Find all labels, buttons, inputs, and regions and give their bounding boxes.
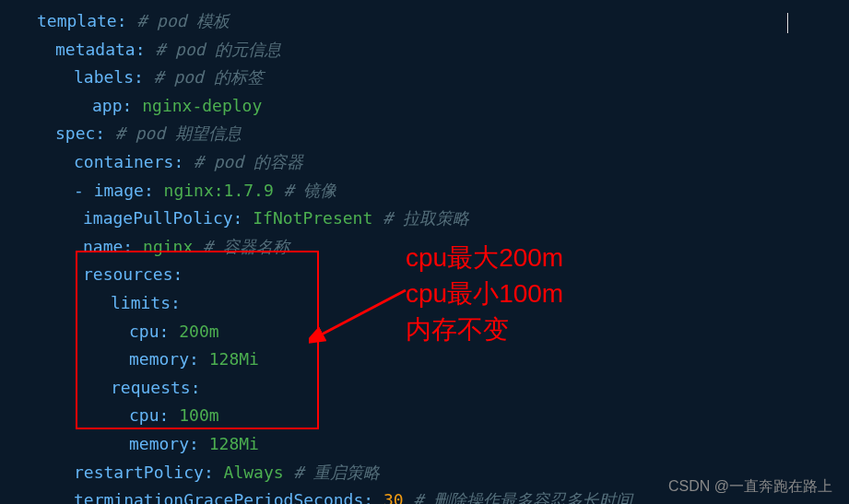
yaml-key: image <box>94 181 144 200</box>
yaml-key: app <box>92 96 123 115</box>
yaml-key: cpu <box>129 405 159 425</box>
yaml-dash: - <box>74 181 94 200</box>
yaml-value: 30 <box>383 490 404 504</box>
yaml-comment: # 删除操作最多容忍多长时间 <box>414 490 633 504</box>
watermark: CSDN @一直奔跑在路上 <box>668 474 832 498</box>
yaml-comment: # 镜像 <box>284 181 337 200</box>
yaml-value: nginx-deploy <box>142 96 262 115</box>
yaml-key: template <box>37 11 117 30</box>
yaml-value: 128Mi <box>209 349 259 369</box>
yaml-key: spec <box>55 123 95 143</box>
code-line: template: # pod 模板 <box>18 7 849 36</box>
yaml-value: 100m <box>179 405 218 425</box>
code-line: memory: 128Mi <box>18 430 849 459</box>
yaml-comment: # pod 模板 <box>136 11 230 30</box>
code-line: containers: # pod 的容器 <box>18 148 849 177</box>
yaml-key: resources <box>83 264 173 284</box>
code-line: requests: <box>18 374 849 403</box>
yaml-key: labels <box>74 67 134 87</box>
yaml-key: terminationGracePeriodSeconds <box>74 490 363 504</box>
code-line: app: nginx-deploy <box>18 92 849 121</box>
yaml-comment: # 重启策略 <box>293 463 380 482</box>
yaml-key: restartPolicy <box>74 463 204 482</box>
yaml-value: nginx <box>143 237 193 256</box>
yaml-key: metadata <box>55 40 136 59</box>
yaml-comment: # 容器名称 <box>203 237 289 256</box>
yaml-value: 200m <box>179 322 218 341</box>
code-line: cpu: 100m <box>18 402 849 430</box>
annotation-text: cpu最大200m cpu最小100m 内存不变 <box>406 240 563 348</box>
yaml-comment: # 拉取策略 <box>383 208 469 228</box>
yaml-key: containers <box>74 152 173 171</box>
code-line: memory: 128Mi <box>18 346 849 374</box>
code-line: - image: nginx:1.7.9 # 镜像 <box>18 177 849 205</box>
yaml-key: cpu <box>129 322 159 341</box>
yaml-comment: # pod 期望信息 <box>115 123 242 143</box>
annotation-line-2: cpu最小100m <box>406 275 563 311</box>
yaml-comment: # pod 的容器 <box>194 152 303 171</box>
code-line: imagePullPolicy: IfNotPresent # 拉取策略 <box>18 205 849 233</box>
yaml-key: memory <box>129 434 189 453</box>
yaml-key: imagePullPolicy <box>83 208 233 228</box>
yaml-key: name <box>83 237 123 256</box>
yaml-key: memory <box>129 349 189 369</box>
text-cursor <box>787 13 788 33</box>
annotation-line-3: 内存不变 <box>406 311 563 347</box>
annotation-line-1: cpu最大200m <box>406 240 563 275</box>
yaml-comment: # pod 的标签 <box>154 67 264 87</box>
yaml-value: 128Mi <box>209 434 259 453</box>
yaml-comment: # pod 的元信息 <box>155 40 281 59</box>
yaml-value: IfNotPresent <box>253 208 372 228</box>
yaml-key: requests <box>111 378 191 397</box>
code-line: spec: # pod 期望信息 <box>18 120 849 148</box>
code-line: metadata: # pod 的元信息 <box>18 36 849 64</box>
yaml-value: Always <box>224 463 284 482</box>
yaml-value: nginx:1.7.9 <box>164 181 274 200</box>
code-line: labels: # pod 的标签 <box>18 64 849 92</box>
yaml-key: limits <box>111 293 171 312</box>
